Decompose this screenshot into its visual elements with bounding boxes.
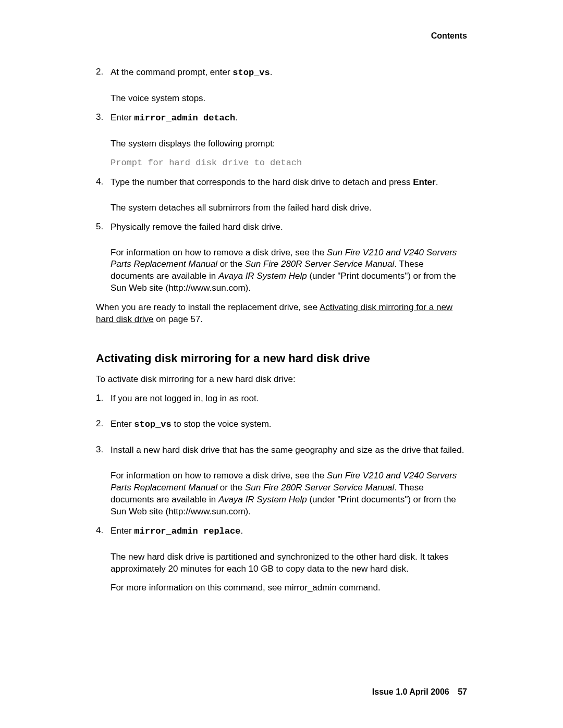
reference-paragraph: For information on how to remove a disk …	[111, 247, 467, 295]
ordered-list-1: 2. At the command prompt, enter stop_vs.…	[96, 67, 467, 294]
item-number: 4.	[96, 177, 111, 196]
key-name: Enter	[413, 177, 435, 187]
page-number: 57	[458, 687, 467, 696]
item-number: 2.	[96, 418, 111, 438]
section-intro: To activate disk mirroring for a new har…	[96, 374, 467, 386]
item-number: 1.	[96, 393, 111, 412]
item-body: If you are not logged in, log in as root…	[111, 393, 467, 412]
item-text: Type the number that corresponds to the …	[111, 177, 467, 189]
reference-paragraph: For information on how to remove a disk …	[111, 470, 467, 518]
item-number: 5.	[96, 221, 111, 241]
list-item: 2. Enter stop_vs to stop the voice syste…	[96, 418, 467, 438]
item-number: 2.	[96, 67, 111, 87]
prompt-text: Prompt for hard disk drive to detach	[111, 157, 467, 169]
command-text: mirror_admin replace	[134, 526, 240, 536]
follow-paragraph: The voice system stops.	[111, 93, 467, 105]
list-item: 5. Physically remove the failed hard dis…	[96, 221, 467, 241]
section-heading: Activating disk mirroring for a new hard…	[96, 352, 467, 365]
extra-paragraph: For more information on this command, se…	[111, 582, 467, 594]
header-label: Contents	[96, 31, 467, 41]
item-text: Enter mirror_admin detach.	[111, 112, 467, 125]
command-text: stop_vs	[134, 419, 171, 429]
item-number: 3.	[96, 445, 111, 464]
list-item: 4. Type the number that corresponds to t…	[96, 177, 467, 196]
issue-label: Issue 1.0 April 2006	[372, 687, 449, 696]
follow-paragraph: The system detaches all submirrors from …	[111, 202, 467, 214]
list-item: 4. Enter mirror_admin replace.	[96, 525, 467, 545]
list-item: 3. Enter mirror_admin detach.	[96, 112, 467, 132]
item-text: Physically remove the failed hard disk d…	[111, 221, 467, 233]
page-footer: Issue 1.0 April 2006 57	[372, 687, 467, 697]
item-body: Physically remove the failed hard disk d…	[111, 221, 467, 241]
manual-title: Sun Fire 280R Server Service Manual	[245, 483, 394, 492]
item-number: 4.	[96, 525, 111, 545]
item-text: If you are not logged in, log in as root…	[111, 393, 467, 405]
help-title: Avaya IR System Help	[218, 495, 307, 504]
page-container: Contents 2. At the command prompt, enter…	[0, 0, 563, 728]
manual-title: Sun Fire 280R Server Service Manual	[245, 259, 394, 269]
item-body: At the command prompt, enter stop_vs.	[111, 67, 467, 87]
closing-paragraph: When you are ready to install the replac…	[96, 302, 467, 326]
item-body: Enter mirror_admin detach.	[111, 112, 467, 132]
item-body: Enter mirror_admin replace.	[111, 525, 467, 545]
item-body: Enter stop_vs to stop the voice system.	[111, 418, 467, 438]
help-title: Avaya IR System Help	[218, 271, 307, 281]
item-text: Install a new hard disk drive that has t…	[111, 445, 467, 456]
command-text: stop_vs	[232, 68, 270, 78]
item-text: At the command prompt, enter stop_vs.	[111, 67, 467, 79]
item-text: Enter stop_vs to stop the voice system.	[111, 418, 467, 431]
item-body: Type the number that corresponds to the …	[111, 177, 467, 196]
item-text: Enter mirror_admin replace.	[111, 525, 467, 538]
list-item: 3. Install a new hard disk drive that ha…	[96, 445, 467, 464]
item-number: 3.	[96, 112, 111, 132]
ordered-list-2: 1. If you are not logged in, log in as r…	[96, 393, 467, 594]
follow-paragraph: The system displays the following prompt…	[111, 138, 467, 150]
item-body: Install a new hard disk drive that has t…	[111, 445, 467, 464]
list-item: 2. At the command prompt, enter stop_vs.	[96, 67, 467, 87]
list-item: 1. If you are not logged in, log in as r…	[96, 393, 467, 412]
command-text: mirror_admin detach	[134, 113, 235, 123]
follow-paragraph: The new hard disk drive is partitioned a…	[111, 551, 467, 575]
